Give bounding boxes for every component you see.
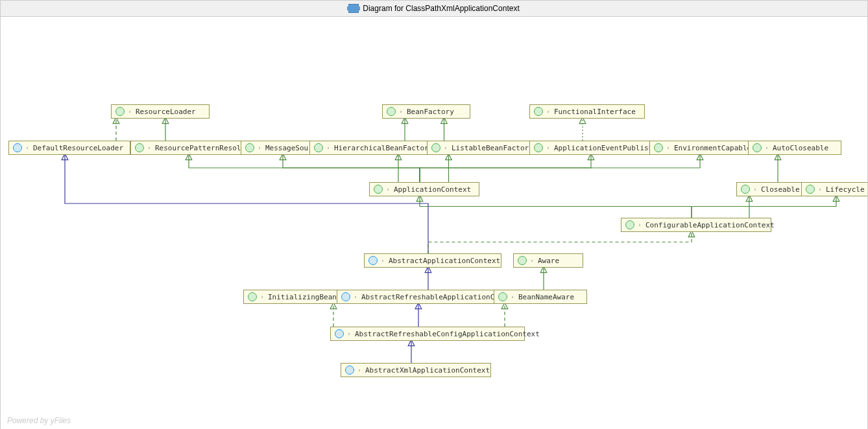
node-label: DefaultResourceLoader <box>33 144 123 152</box>
link-icon: › <box>398 108 404 115</box>
node-AbstractXmlApplicationContext[interactable]: ›AbstractXmlApplicationContext <box>341 363 491 377</box>
interface-icon <box>518 256 527 265</box>
diagram-icon <box>348 4 359 13</box>
interface-icon <box>753 143 762 152</box>
link-icon: › <box>380 257 386 264</box>
node-label: BeanFactory <box>407 108 454 116</box>
interface-icon <box>314 143 323 152</box>
interface-icon <box>135 143 144 152</box>
node-label: Aware <box>538 257 559 265</box>
edge <box>420 195 692 218</box>
node-label: ResourceLoader <box>136 108 196 116</box>
diagram-canvas[interactable]: ›ResourceLoader›BeanFactory›FunctionalIn… <box>0 17 868 429</box>
link-icon: › <box>509 294 516 300</box>
node-BeanFactory[interactable]: ›BeanFactory <box>382 104 470 119</box>
watermark: Powered by yFiles <box>7 416 71 425</box>
link-icon: › <box>24 145 30 151</box>
node-Aware[interactable]: ›Aware <box>513 253 583 268</box>
node-label: AbstractRefreshableConfigApplicationCont… <box>355 330 540 338</box>
node-HierarchicalBeanFactory[interactable]: ›HierarchicalBeanFactory <box>309 141 437 155</box>
node-label: EnvironmentCapable <box>674 144 751 152</box>
interface-icon <box>498 292 507 301</box>
node-label: BeanNameAware <box>518 293 574 301</box>
node-label: AbstractApplicationContext <box>389 257 500 265</box>
interface-icon <box>245 143 254 152</box>
edge <box>420 154 591 182</box>
link-icon: › <box>636 222 643 228</box>
interface-icon <box>431 143 440 152</box>
node-label: AbstractXmlApplicationContext <box>365 366 490 375</box>
edge <box>189 154 420 182</box>
node-AutoCloseable[interactable]: ›AutoCloseable <box>748 141 841 155</box>
title-text: Diagram for ClassPathXmlApplicationConte… <box>363 4 519 13</box>
link-icon: › <box>346 330 352 337</box>
edge <box>283 154 420 182</box>
node-ApplicationContext[interactable]: ›ApplicationContext <box>369 182 479 196</box>
interface-icon <box>374 185 383 194</box>
node-ApplicationEventPublisher[interactable]: ›ApplicationEventPublisher <box>529 141 662 155</box>
interface-icon <box>654 143 663 152</box>
interface-icon <box>387 107 396 116</box>
link-icon: › <box>764 145 770 151</box>
interface-icon <box>625 220 634 229</box>
class-icon <box>341 292 350 301</box>
node-AbstractApplicationContext[interactable]: ›AbstractApplicationContext <box>364 253 501 268</box>
node-ListableBeanFactory[interactable]: ›ListableBeanFactory <box>427 141 540 155</box>
link-icon: › <box>545 108 551 115</box>
node-BeanNameAware[interactable]: ›BeanNameAware <box>494 290 587 304</box>
link-icon: › <box>127 108 133 115</box>
link-icon: › <box>817 186 823 192</box>
link-icon: › <box>752 186 758 192</box>
link-icon: › <box>256 145 263 151</box>
interface-icon <box>248 292 257 301</box>
link-icon: › <box>325 145 332 151</box>
edge <box>428 231 692 253</box>
class-icon <box>335 329 344 338</box>
node-Lifecycle[interactable]: ›Lifecycle <box>801 182 868 196</box>
interface-icon <box>741 185 750 194</box>
link-icon: › <box>352 294 359 300</box>
node-InitializingBean[interactable]: ›InitializingBean <box>243 290 346 304</box>
node-AbstractRefreshableApplicationContext[interactable]: ›AbstractRefreshableApplicationContext <box>337 290 509 304</box>
link-icon: › <box>529 257 535 264</box>
node-label: ApplicationContext <box>394 185 471 194</box>
node-ResourceLoader[interactable]: ›ResourceLoader <box>111 104 210 119</box>
link-icon: › <box>442 145 449 151</box>
node-FunctionalInterface[interactable]: ›FunctionalInterface <box>529 104 645 119</box>
interface-icon <box>534 107 543 116</box>
link-icon: › <box>146 145 152 151</box>
node-label: HierarchicalBeanFactory <box>334 144 433 152</box>
node-label: AutoCloseable <box>773 144 828 152</box>
interface-icon <box>806 185 815 194</box>
title-bar: Diagram for ClassPathXmlApplicationConte… <box>0 0 868 17</box>
node-label: ListableBeanFactory <box>452 144 533 152</box>
node-EnvironmentCapable[interactable]: ›EnvironmentCapable <box>649 141 760 155</box>
link-icon: › <box>259 294 265 300</box>
interface-icon <box>115 107 125 116</box>
interface-icon <box>534 143 543 152</box>
edge <box>65 154 428 253</box>
link-icon: › <box>665 145 671 151</box>
node-label: Closeable <box>761 185 800 194</box>
class-icon <box>13 143 22 152</box>
node-AbstractRefreshableConfigApplicationContext[interactable]: ›AbstractRefreshableConfigApplicationCon… <box>330 327 525 341</box>
edge <box>420 154 700 182</box>
node-label: ConfigurableApplicationContext <box>645 221 775 229</box>
link-icon: › <box>356 367 363 373</box>
node-label: ResourcePatternResolver <box>155 144 254 152</box>
node-label: FunctionalInterface <box>554 108 636 116</box>
node-ConfigurableApplicationContext[interactable]: ›ConfigurableApplicationContext <box>621 218 771 232</box>
class-icon <box>345 365 354 375</box>
class-icon <box>368 256 378 265</box>
node-label: ApplicationEventPublisher <box>554 144 662 152</box>
link-icon: › <box>545 145 551 151</box>
node-ResourcePatternResolver[interactable]: ›ResourcePatternResolver <box>130 141 256 155</box>
node-label: InitializingBean <box>268 293 337 301</box>
node-label: Lifecycle <box>826 185 865 194</box>
node-DefaultResourceLoader[interactable]: ›DefaultResourceLoader <box>8 141 130 155</box>
link-icon: › <box>385 186 391 192</box>
edge <box>692 195 836 218</box>
